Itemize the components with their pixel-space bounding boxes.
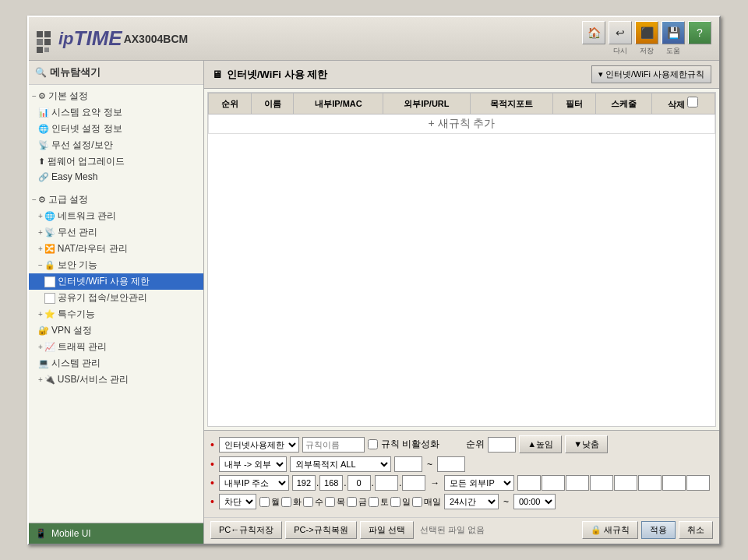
ext-ip-select[interactable]: 모든 외부IP 외부IP 지정	[444, 475, 514, 491]
logo-ip: ip	[58, 29, 74, 49]
toggle-basic: −	[32, 92, 37, 100]
sidebar-item-internet-restrict[interactable]: 인터넷/WiFi 사용 제한	[29, 273, 203, 290]
sidebar-item-system-info[interactable]: 📊 시스템 요약 정보	[29, 104, 203, 121]
refresh-button[interactable]: ⬛	[635, 21, 658, 44]
help-button[interactable]: ?	[688, 21, 711, 44]
cancel-button[interactable]: 취소	[679, 521, 713, 539]
internet-icon: 🌐	[38, 124, 49, 134]
wireless-icon: 📡	[38, 140, 49, 150]
ip-octet4[interactable]	[375, 475, 398, 491]
day-wed-checkbox[interactable]	[303, 497, 313, 507]
sidebar-item-system-mgmt[interactable]: 💻 시스템 관리	[29, 355, 203, 372]
sidebar-item-special[interactable]: + ⭐ 특수기능	[29, 306, 203, 322]
delete-all-checkbox[interactable]	[687, 97, 698, 107]
priority-down-button[interactable]: ▼낮춤	[565, 435, 608, 453]
toggle-security: −	[38, 261, 43, 269]
day-everyday-checkbox[interactable]	[412, 497, 422, 507]
port-from-input[interactable]	[394, 456, 422, 472]
add-rule-button[interactable]: + 새규칙 추가	[429, 117, 496, 129]
day-thu-checkbox[interactable]	[325, 497, 335, 507]
ext-ip-6[interactable]	[638, 475, 662, 491]
dest-select[interactable]: 외부목적지 ALL 외부목적지 지정	[290, 456, 391, 472]
sidebar-item-system-mgmt-label: 시스템 관리	[51, 357, 101, 370]
day-fri-checkbox[interactable]	[347, 497, 357, 507]
sidebar-item-traffic[interactable]: + 📈 트래픽 관리	[29, 339, 203, 355]
sidebar-item-internet-restrict-label: 인터넷/WiFi 사용 제한	[58, 275, 150, 288]
filter-select[interactable]: 차단 허용	[219, 494, 256, 509]
back-button[interactable]: ↩	[609, 21, 632, 44]
home-button[interactable]: 🏠	[582, 21, 605, 44]
sidebar-item-usb[interactable]: + 🔌 USB/서비스 관리	[29, 372, 203, 388]
toggle-traffic: +	[38, 343, 43, 351]
panel-title-icon: 🖥	[212, 69, 222, 80]
add-rule-cell[interactable]: + 새규칙 추가	[209, 114, 715, 134]
ip-octet2[interactable]	[319, 475, 343, 491]
day-thu-label: 목	[337, 496, 345, 508]
rules-table-area: 순위 이름 내부IP/MAC 외부IP/URL 목적지포트 필터 스케줄 삭제	[207, 92, 716, 427]
search-bar: 🔍 메뉴탐색기	[29, 61, 203, 85]
sidebar-item-network-mgmt[interactable]: + 🌐 네트워크 관리	[29, 208, 203, 224]
ext-ip-8[interactable]	[686, 475, 710, 491]
sidebar-item-wireless-mgmt[interactable]: + 📡 무선 관리	[29, 224, 203, 241]
panel-header: 🖥 인터넷/WiFi 사용 제한 ▾ 인터넷/WiFi 사용제한규칙	[204, 61, 719, 89]
day-tue-checkbox[interactable]	[281, 497, 291, 507]
save-button[interactable]: 💾	[662, 21, 685, 44]
icon-labels: 다시 저장 도움	[609, 46, 685, 56]
main-panel: 🖥 인터넷/WiFi 사용 제한 ▾ 인터넷/WiFi 사용제한규칙 순위 이름…	[204, 61, 719, 544]
priority-input[interactable]	[488, 437, 516, 453]
priority-up-button[interactable]: ▲높임	[519, 435, 562, 453]
rule-type-select[interactable]: 인터넷사용제한 WiFi사용제한	[219, 437, 299, 453]
ext-ip-5[interactable]	[614, 475, 637, 491]
toggle-network: +	[38, 212, 43, 220]
ext-ip-3[interactable]	[566, 475, 589, 491]
ext-ip-1[interactable]	[517, 475, 541, 491]
sidebar-item-nat[interactable]: + 🔀 NAT/라우터 관리	[29, 241, 203, 257]
sidebar-item-advanced[interactable]: − ⚙ 고급 설정	[29, 192, 203, 208]
sidebar-item-wireless[interactable]: 📡 무선 설정/보안	[29, 137, 203, 153]
ext-ip-2[interactable]	[542, 475, 565, 491]
sidebar-item-basic-label: 기본 설정	[48, 90, 88, 103]
mobile-ui-bar[interactable]: 📱 Mobile UI	[29, 523, 203, 544]
ext-ip-4[interactable]	[590, 475, 613, 491]
tilde1: ~	[427, 459, 432, 470]
disable-rule-checkbox[interactable]	[368, 439, 378, 449]
rule-dropdown-button[interactable]: ▾ 인터넷/WiFi 사용제한규칙	[591, 65, 711, 83]
port-to-input[interactable]	[437, 456, 465, 472]
day-mon-checkbox[interactable]	[259, 497, 270, 507]
apply-button[interactable]: 적용	[641, 521, 676, 539]
time-to-select[interactable]: 00:00 23:59	[513, 494, 556, 509]
internal-ip-inputs: . . . .	[292, 475, 425, 491]
ip-octet5[interactable]	[402, 475, 425, 491]
mesh-icon: 🔗	[38, 172, 49, 182]
ext-ip-7[interactable]	[662, 475, 686, 491]
sidebar-item-security-label: 보안 기능	[58, 259, 97, 272]
ip-octet1[interactable]	[292, 475, 316, 491]
file-select-button[interactable]: 파일 선택	[360, 521, 414, 539]
load-from-pc-button[interactable]: PC->규칙복원	[285, 521, 356, 539]
sidebar-item-access-security[interactable]: 공유기 접속/보안관리	[29, 290, 203, 306]
sidebar-item-easy-mesh[interactable]: 🔗 Easy Mesh	[29, 170, 203, 184]
rule-name-input[interactable]	[302, 437, 365, 453]
day-sat-checkbox[interactable]	[369, 497, 379, 507]
new-rule-button[interactable]: 🔒 새규칙	[582, 521, 638, 539]
ip-octet3[interactable]	[348, 475, 371, 491]
sidebar-item-basic-settings[interactable]: − ⚙ 기본 설정	[29, 88, 203, 104]
sidebar-item-security[interactable]: − 🔒 보안 기능	[29, 257, 203, 273]
direction-select[interactable]: 내부 -> 외부 외부 -> 내부	[219, 456, 287, 472]
external-ip-inputs	[517, 475, 710, 491]
title-logo: ipTIME AX3004BCM	[37, 26, 188, 51]
restrict-checkbox	[44, 276, 55, 287]
sidebar-item-internet-settings[interactable]: 🌐 인터넷 설정 정보	[29, 121, 203, 137]
dot1: •	[210, 438, 214, 451]
time-range-select[interactable]: 24시간 시간지정	[444, 494, 499, 509]
add-rule-row[interactable]: + 새규칙 추가	[209, 114, 715, 134]
ip-type-select[interactable]: 내부IP 주소 내부IP 범위 MAC 주소	[219, 475, 289, 491]
toggle-nat: +	[38, 245, 43, 253]
sidebar-item-firmware[interactable]: ⬆ 펌웨어 업그레이드	[29, 153, 203, 170]
save-to-pc-button[interactable]: PC←규칙저장	[210, 521, 282, 539]
sidebar-item-access-label: 공유기 접속/보안관리	[58, 291, 147, 305]
sidebar-item-vpn[interactable]: 🔐 VPN 설정	[29, 322, 203, 339]
day-sun-checkbox[interactable]	[390, 497, 400, 507]
day-sun-label: 일	[402, 496, 411, 508]
lock-icon: 🔒	[591, 525, 602, 534]
